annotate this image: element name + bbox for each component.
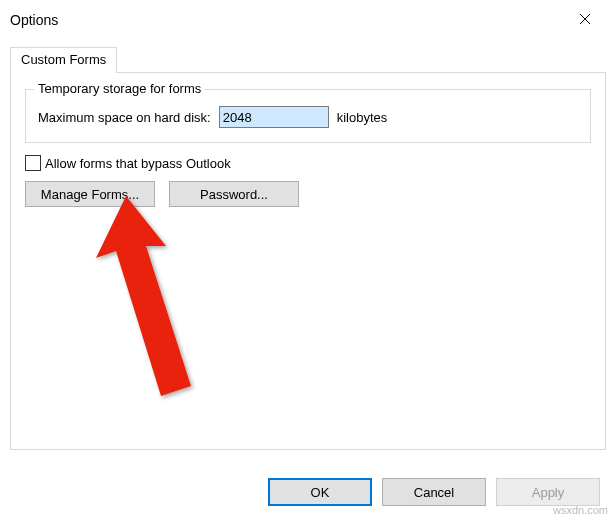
allow-bypass-row[interactable]: Allow forms that bypass Outlook [25, 155, 591, 171]
max-space-input[interactable] [219, 106, 329, 128]
apply-button[interactable]: Apply [496, 478, 600, 506]
allow-bypass-label: Allow forms that bypass Outlook [45, 156, 231, 171]
tab-custom-forms[interactable]: Custom Forms [10, 47, 117, 73]
button-row: Manage Forms... Password... [25, 181, 591, 207]
max-space-label: Maximum space on hard disk: [38, 110, 211, 125]
tabstrip: Custom Forms [10, 47, 606, 73]
max-space-unit: kilobytes [337, 110, 388, 125]
close-icon [579, 13, 591, 25]
tab-panel: Temporary storage for forms Maximum spac… [10, 72, 606, 450]
allow-bypass-checkbox[interactable] [25, 155, 41, 171]
password-button[interactable]: Password... [169, 181, 299, 207]
max-space-row: Maximum space on hard disk: kilobytes [38, 106, 578, 128]
ok-button[interactable]: OK [268, 478, 372, 506]
dialog-footer: OK Cancel Apply [268, 478, 600, 506]
manage-forms-button[interactable]: Manage Forms... [25, 181, 155, 207]
window-title: Options [10, 10, 58, 28]
group-legend: Temporary storage for forms [34, 81, 205, 96]
close-button[interactable] [564, 4, 606, 34]
titlebar: Options [0, 0, 616, 38]
group-temporary-storage: Temporary storage for forms Maximum spac… [25, 89, 591, 143]
client-area: Custom Forms Temporary storage for forms… [0, 38, 616, 500]
cancel-button[interactable]: Cancel [382, 478, 486, 506]
